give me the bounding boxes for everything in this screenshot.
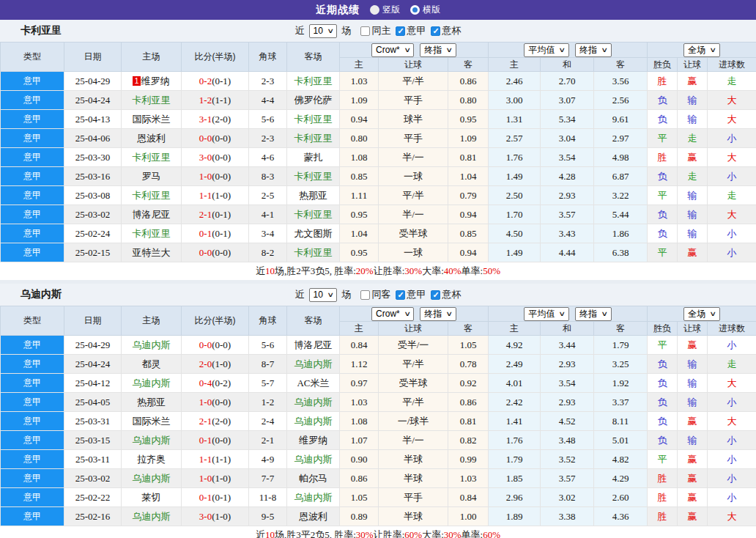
handicap-result-cell: 输 xyxy=(678,205,708,224)
halftime-score: (2-0) xyxy=(212,416,231,427)
match-row: 意甲25-03-16罗马1-0(0-0)8-3卡利亚里0.85一球1.041.4… xyxy=(1,167,756,186)
summary-text: 50% xyxy=(483,265,500,277)
games-label: 场 xyxy=(341,24,351,37)
avg-away-cell: 4.98 xyxy=(594,148,648,167)
date-cell: 25-04-29 xyxy=(64,72,122,91)
league-cell: 意甲 xyxy=(1,243,64,262)
away-team-cell: 卡利亚里 xyxy=(287,72,340,91)
final-odds-select[interactable]: 终指 ∨ xyxy=(420,307,456,321)
recent-count-select[interactable]: 10 ∨ xyxy=(309,288,338,302)
bookmaker-select[interactable]: Crow* ∨ xyxy=(371,43,414,57)
away-team-cell: 卡利亚里 xyxy=(287,167,340,186)
col-type: 类型 xyxy=(1,43,64,72)
summary-row: 近10场,胜3平2负5, 胜率:30% 让胜率:60% 大率:30% 单率:60… xyxy=(0,526,756,538)
match-row: 意甲25-04-05热那亚1-0(0-0)1-2乌迪内斯1.03平/半0.862… xyxy=(1,393,756,412)
corners-cell: 9-5 xyxy=(249,507,287,526)
col-date: 日期 xyxy=(64,43,122,72)
horizontal-layout-radio[interactable] xyxy=(410,5,420,15)
avg-home-cell: 1.85 xyxy=(489,469,541,488)
sub-col-handicap-result: 让球 xyxy=(678,58,708,72)
chevron-down-icon: ∨ xyxy=(327,28,334,34)
fulltime-score: 3-0 xyxy=(199,152,212,163)
vertical-layout-radio[interactable] xyxy=(370,5,379,15)
same-away-checkbox[interactable] xyxy=(360,290,370,300)
select-value: 10 xyxy=(314,26,323,36)
away-team-name: AC米兰 xyxy=(297,377,329,388)
italy-cup-checkbox[interactable] xyxy=(431,290,440,300)
halftime-score: (1-0) xyxy=(212,358,231,369)
away-odds-cell: 0.94 xyxy=(448,243,489,262)
recent-count-select[interactable]: 10 ∨ xyxy=(309,24,338,38)
halftime-score: (1-0) xyxy=(212,511,231,522)
bookmaker-select[interactable]: Crow* ∨ xyxy=(371,307,414,321)
italy-cup-checkbox[interactable] xyxy=(431,26,440,36)
corners-cell: 4-4 xyxy=(249,91,287,110)
final-odds-select[interactable]: 终指 ∨ xyxy=(420,43,456,57)
avg-home-cell: 2.96 xyxy=(489,488,541,507)
layout-option-vertical: 竖版 xyxy=(370,4,400,16)
home-team-cell: 莱切 xyxy=(122,488,182,507)
match-row: 意甲25-03-08卡利亚里1-1(1-0)2-5热那亚1.11平/半0.792… xyxy=(1,186,756,205)
serie-a-checkbox[interactable] xyxy=(396,26,405,36)
away-odds-cell: 0.79 xyxy=(448,186,489,205)
avg-home-cell: 2.46 xyxy=(489,72,541,91)
fulltime-score: 0-2 xyxy=(199,75,212,86)
away-odds-cell: 0.81 xyxy=(448,148,489,167)
date-cell: 25-03-02 xyxy=(64,469,122,488)
average-select[interactable]: 平均值 ∨ xyxy=(524,307,569,321)
handicap-cell: 半球 xyxy=(379,450,448,469)
away-team-name: 卡利亚里 xyxy=(294,171,333,182)
handicap-cell: 受半/一 xyxy=(379,336,448,355)
match-row: 意甲25-02-16乌迪内斯3-0(1-0)9-5恩波利0.89半球1.001.… xyxy=(1,507,756,526)
full-match-select[interactable]: 全场 ∨ xyxy=(683,307,720,321)
final-odds-select[interactable]: 终指 ∨ xyxy=(575,43,612,57)
home-team-name: 热那亚 xyxy=(137,397,166,408)
serie-a-checkbox[interactable] xyxy=(396,290,405,300)
avg-home-cell: 2.50 xyxy=(489,186,541,205)
avg-home-cell: 1.76 xyxy=(489,431,541,450)
sub-col-avg-home: 主 xyxy=(489,58,541,72)
sub-col-avg-away: 客 xyxy=(594,322,648,336)
score-cell: 1-0(1-0) xyxy=(182,469,249,488)
halftime-score: (0-0) xyxy=(212,339,231,350)
away-odds-cell: 0.92 xyxy=(448,374,489,393)
chevron-down-icon: ∨ xyxy=(710,47,717,54)
avg-away-cell: 2.60 xyxy=(594,488,648,507)
away-odds-cell: 0.82 xyxy=(448,431,489,450)
page-title: 近期战绩 xyxy=(316,4,360,17)
match-row: 意甲25-04-29乌迪内斯0-0(0-0)5-6博洛尼亚0.84受半/一1.0… xyxy=(1,336,756,355)
match-row: 意甲25-03-15乌迪内斯0-1(0-0)2-1维罗纳1.07半/一0.821… xyxy=(1,431,756,450)
goals-cell: 大 xyxy=(708,110,756,129)
corners-cell: 4-6 xyxy=(249,148,287,167)
home-odds-cell: 0.95 xyxy=(340,205,379,224)
score-cell: 0-1(0-0) xyxy=(182,431,249,450)
away-odds-cell: 1.04 xyxy=(448,167,489,186)
select-value: 10 xyxy=(314,290,323,300)
corners-cell: 8-7 xyxy=(249,355,287,374)
sub-col-avg-away: 客 xyxy=(594,58,648,72)
goals-cell: 小 xyxy=(708,450,756,469)
average-select[interactable]: 平均值 ∨ xyxy=(524,43,569,57)
same-home-checkbox[interactable] xyxy=(360,26,370,36)
handicap-result-cell: 赢 xyxy=(678,507,708,526)
result-cell: 负 xyxy=(648,412,678,431)
sub-col-handicap: 让球 xyxy=(379,58,448,72)
layout-option-horizontal: 横版 xyxy=(410,4,440,16)
handicap-cell: 球半 xyxy=(379,110,448,129)
avg-away-cell: 3.56 xyxy=(594,72,648,91)
home-odds-cell: 1.07 xyxy=(340,431,379,450)
corners-cell: 2-5 xyxy=(249,186,287,205)
full-match-select[interactable]: 全场 ∨ xyxy=(683,43,720,57)
goals-cell: 大 xyxy=(708,507,756,526)
avg-draw-cell: 3.52 xyxy=(541,450,594,469)
handicap-cell: 平/半 xyxy=(379,72,448,91)
home-team-cell: 卡利亚里 xyxy=(122,148,182,167)
home-odds-cell: 1.08 xyxy=(340,412,379,431)
final-odds-select[interactable]: 终指 ∨ xyxy=(575,307,612,321)
home-team-name: 恩波利 xyxy=(137,133,166,144)
halftime-score: (1-1) xyxy=(212,454,231,465)
league-cell: 意甲 xyxy=(1,431,64,450)
avg-draw-cell: 2.93 xyxy=(541,186,594,205)
matches-table: 类型 日期 主场 比分(半场) 角球 客场 Crow* ∨ 终指 ∨ xyxy=(0,42,756,262)
summary-text: 单率: xyxy=(462,528,483,538)
